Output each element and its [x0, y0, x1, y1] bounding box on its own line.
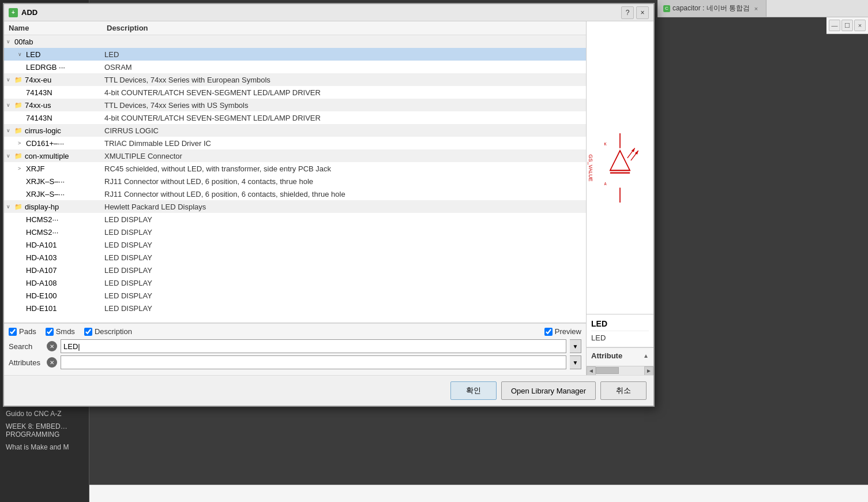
tree-row[interactable]: HD-A101LED DISPLAY — [4, 238, 586, 251]
tree-item-desc: TTL Devices, 74xx Series with US Symbols — [104, 101, 584, 110]
pads-check[interactable] — [9, 328, 17, 336]
tree-name-cell: HD-A108 — [6, 279, 104, 287]
tree-name-cell: HCMS2··· — [6, 228, 104, 237]
tree-row[interactable]: HD-A107LED DISPLAY — [4, 264, 586, 276]
tree-row[interactable]: ∨00fab — [4, 35, 586, 48]
tree-row[interactable]: >XRJFRC45 schielded, without LED, with t… — [4, 162, 586, 175]
guide-text: Guido to CNC A-Z WEEK 8: EMBED… PROGRAMM… — [6, 410, 69, 451]
symbol-preview: K A GS_VALUE — [587, 21, 653, 314]
smds-check[interactable] — [46, 328, 54, 336]
attributes-input[interactable] — [61, 355, 566, 369]
h-scroll-track[interactable] — [596, 366, 644, 375]
search-dropdown[interactable]: ▼ — [570, 339, 581, 353]
tree-row[interactable]: HCMS2···LED DISPLAY — [4, 226, 586, 238]
bg-close[interactable]: × — [854, 20, 866, 31]
close-button[interactable]: × — [636, 6, 649, 19]
tree-name-cell: ∨📁74xx-us — [6, 101, 104, 110]
h-scroll-thumb[interactable] — [596, 367, 619, 374]
tree-row[interactable]: >CD161+–···TRIAC Dimmable LED Driver IC — [4, 137, 586, 149]
tree-item-name: HD-A103 — [26, 253, 57, 262]
tree-item-name: XRJF — [26, 164, 45, 173]
pads-checkbox[interactable]: Pads — [9, 327, 36, 336]
col-desc-header: Description — [107, 24, 581, 32]
tree-item-name: HCMS2··· — [26, 228, 58, 237]
tree-item-name: HCMS2··· — [26, 215, 58, 224]
bg-maximize[interactable]: ☐ — [841, 20, 853, 31]
tree-item-desc: RJ11 Connector without LED, 6 position, … — [104, 177, 584, 186]
symbol-name-box: LED LED — [587, 314, 653, 347]
description-checkbox[interactable]: Description — [84, 327, 132, 336]
search-label: Search — [9, 342, 43, 351]
tree-row[interactable]: HD-A108LED DISPLAY — [4, 276, 586, 289]
cancel-button[interactable]: 취소 — [600, 381, 647, 400]
status-bar — [89, 485, 868, 502]
tree-item-desc: 4-bit COUNTER/LATCH SEVEN-SEGMENT LED/LA… — [104, 88, 584, 97]
attribute-label: Attribute — [591, 351, 622, 360]
preview-checkbox[interactable]: Preview — [544, 327, 581, 336]
tree-arrow-icon: ∨ — [18, 51, 26, 57]
h-scrollbar[interactable]: ◄ ► — [587, 366, 653, 375]
tree-item-desc: Hewlett Packard LED Displays — [104, 203, 584, 211]
tree-arrow-icon: > — [18, 166, 26, 171]
tree-name-cell: XRJK–S–··· — [6, 177, 104, 186]
footer: 확인 Open Library Manager 취소 — [4, 375, 653, 406]
h-scroll-left[interactable]: ◄ — [587, 366, 596, 376]
tree-row[interactable]: ∨📁74xx-euTTL Devices, 74xx Series with E… — [4, 73, 586, 86]
tree-row[interactable]: LEDRGB ···OSRAM — [4, 61, 586, 73]
tree-name-cell: HD-A107 — [6, 266, 104, 275]
tree-item-name: XRJK–S–··· — [26, 177, 65, 186]
col-name-header: Name — [9, 24, 107, 32]
tree-item-desc: CIRRUS LOGIC — [104, 126, 584, 135]
bg-tab-close[interactable]: × — [752, 5, 760, 13]
bg-tab[interactable]: C capacitor : 네이버 통합검 × — [657, 0, 766, 17]
attribute-header: Attribute ▲ — [591, 351, 649, 360]
tree-name-cell: ∨📁display-hp — [6, 203, 104, 211]
tree-arrow-icon: ∨ — [6, 128, 14, 133]
tree-arrow-icon: ∨ — [6, 153, 14, 159]
description-check[interactable] — [84, 328, 92, 336]
help-button[interactable]: ? — [621, 6, 634, 19]
tree-name-cell: ∨LED — [6, 50, 104, 59]
tree-group-icon: 📁 — [14, 76, 25, 84]
search-row: Search ✕ ▼ — [9, 339, 581, 353]
tree-name-cell: HD-E101 — [6, 304, 104, 313]
tree-arrow-icon: > — [18, 140, 26, 146]
tree-row[interactable]: ∨📁display-hpHewlett Packard LED Displays — [4, 200, 586, 213]
tree-scroll[interactable]: ∨00fab ∨LEDLED LEDRGB ···OSRAM∨📁74xx-euT… — [4, 35, 586, 319]
h-scroll-right[interactable]: ► — [644, 366, 653, 376]
confirm-button[interactable]: 확인 — [450, 381, 497, 400]
search-input[interactable] — [61, 339, 566, 353]
smds-checkbox[interactable]: Smds — [46, 327, 75, 336]
tree-row[interactable]: ∨📁74xx-usTTL Devices, 74xx Series with U… — [4, 99, 586, 111]
attributes-dropdown[interactable]: ▼ — [570, 355, 581, 369]
tree-item-desc: LED DISPLAY — [104, 228, 584, 237]
tree-item-desc: LED DISPLAY — [104, 279, 584, 287]
open-library-button[interactable]: Open Library Manager — [501, 381, 596, 400]
tree-row[interactable]: HCMS2···LED DISPLAY — [4, 213, 586, 226]
attributes-row: Attributes ✕ ▼ — [9, 355, 581, 369]
tree-row[interactable]: 74143N4-bit COUNTER/LATCH SEVEN-SEGMENT … — [4, 86, 586, 99]
tree-row[interactable]: 74143N4-bit COUNTER/LATCH SEVEN-SEGMENT … — [4, 111, 586, 124]
tree-item-name: HD-A107 — [26, 266, 57, 275]
attributes-clear-button[interactable]: ✕ — [47, 357, 57, 368]
tree-row[interactable]: XRJK–S–···RJ11 Connector without LED, 6 … — [4, 175, 586, 188]
search-clear-button[interactable]: ✕ — [47, 341, 57, 351]
tree-item-name: CD161+–··· — [26, 139, 64, 148]
tree-row[interactable]: HD-E100LED DISPLAY — [4, 289, 586, 302]
tree-row[interactable]: ∨📁cirrus-logicCIRRUS LOGIC — [4, 124, 586, 137]
tree-row[interactable]: HD-E101LED DISPLAY — [4, 302, 586, 314]
tree-row[interactable]: XRJK–S–···RJ11 Connector without LED, 6 … — [4, 188, 586, 200]
tree-arrow-icon: ∨ — [6, 204, 14, 209]
preview-check-input[interactable] — [544, 328, 553, 336]
tree-item-name: XRJK–S–··· — [26, 190, 65, 198]
tree-item-desc: 4-bit COUNTER/LATCH SEVEN-SEGMENT LED/LA… — [104, 114, 584, 122]
tree-name-cell: HCMS2··· — [6, 215, 104, 224]
tree-row[interactable]: ∨LEDLED — [4, 48, 586, 61]
tree-row[interactable]: HD-A103LED DISPLAY — [4, 251, 586, 264]
tree-row[interactable]: ∨📁con-xmultipleXMULTIPLE Connector — [4, 149, 586, 162]
bg-minimize[interactable]: — — [829, 20, 840, 31]
tree-item-desc: LED DISPLAY — [104, 304, 584, 313]
tree-item-name: con-xmultiple — [25, 152, 69, 160]
preview-label: Preview — [555, 327, 581, 336]
tree-item-name: display-hp — [25, 203, 59, 211]
